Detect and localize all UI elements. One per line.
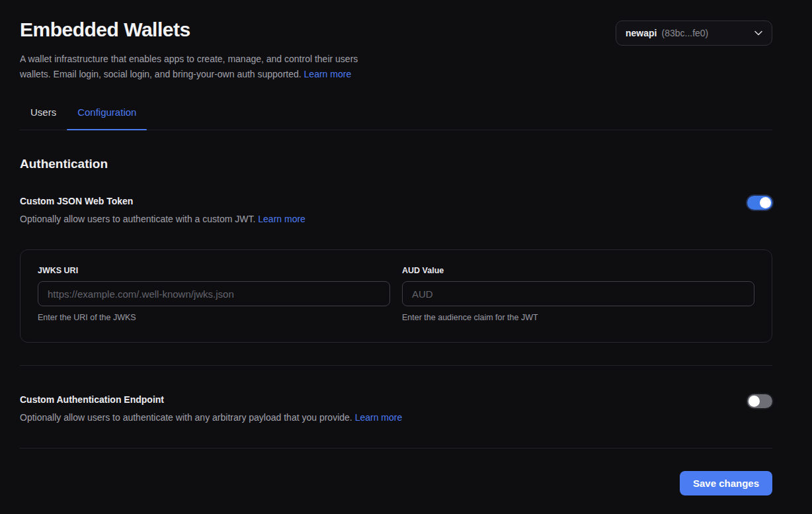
endpoint-setting-description: Optionally allow users to authenticate w… xyxy=(20,411,402,424)
aud-value-field: AUD Value Enter the audience claim for t… xyxy=(402,266,754,322)
tab-bar: Users Configuration xyxy=(20,106,772,130)
jwks-uri-helper: Enter the URI of the JWKS xyxy=(38,313,390,322)
page-header: Embedded Wallets A wallet infrastructure… xyxy=(20,0,772,82)
divider xyxy=(20,448,772,449)
header-text-block: Embedded Wallets A wallet infrastructure… xyxy=(20,19,390,82)
page-title: Embedded Wallets xyxy=(20,19,390,41)
endpoint-toggle[interactable] xyxy=(747,394,772,408)
endpoint-learn-more-link[interactable]: Learn more xyxy=(355,412,403,423)
aud-value-input[interactable] xyxy=(402,281,754,306)
jwt-toggle[interactable] xyxy=(747,196,772,210)
endpoint-setting-label: Custom Authentication Endpoint xyxy=(20,394,402,406)
jwt-setting-row: Custom JSON Web Token Optionally allow u… xyxy=(20,195,772,226)
jwt-fields-card: JWKS URI Enter the URI of the JWKS AUD V… xyxy=(20,249,772,343)
jwks-uri-field: JWKS URI Enter the URI of the JWKS xyxy=(38,266,390,322)
jwt-setting-label: Custom JSON Web Token xyxy=(20,195,305,207)
endpoint-setting-text: Custom Authentication Endpoint Optionall… xyxy=(20,394,402,424)
endpoint-setting-row: Custom Authentication Endpoint Optionall… xyxy=(20,394,772,424)
api-key-name: newapi xyxy=(626,28,657,38)
api-key-selector-text: newapi(83bc...fe0) xyxy=(626,28,708,38)
page-description: A wallet infrastructure that enables app… xyxy=(20,52,390,82)
page-content: Embedded Wallets A wallet infrastructure… xyxy=(20,0,772,495)
api-key-hint: (83bc...fe0) xyxy=(661,28,708,38)
aud-value-helper: Enter the audience claim for the JWT xyxy=(402,313,754,322)
endpoint-setting-description-text: Optionally allow users to authenticate w… xyxy=(20,412,352,423)
jwt-setting-text: Custom JSON Web Token Optionally allow u… xyxy=(20,195,305,226)
api-key-selector[interactable]: newapi(83bc...fe0) xyxy=(616,21,772,46)
aud-value-label: AUD Value xyxy=(402,266,754,275)
jwt-setting-description-text: Optionally allow users to authenticate w… xyxy=(20,214,255,224)
save-button[interactable]: Save changes xyxy=(680,471,772,495)
tab-configuration[interactable]: Configuration xyxy=(67,106,147,130)
jwks-uri-label: JWKS URI xyxy=(38,266,390,275)
save-row: Save changes xyxy=(20,471,772,495)
jwt-toggle-knob xyxy=(760,197,771,208)
jwks-uri-input[interactable] xyxy=(38,281,390,306)
jwt-setting-description: Optionally allow users to authenticate w… xyxy=(20,212,305,226)
chevron-down-icon xyxy=(754,30,762,36)
jwt-learn-more-link[interactable]: Learn more xyxy=(258,214,305,224)
section-heading-authentication: Authentication xyxy=(20,157,772,171)
divider xyxy=(20,365,772,366)
tab-users[interactable]: Users xyxy=(20,106,67,130)
endpoint-toggle-knob xyxy=(749,396,760,407)
wallets-learn-more-link[interactable]: Learn more xyxy=(304,69,352,79)
